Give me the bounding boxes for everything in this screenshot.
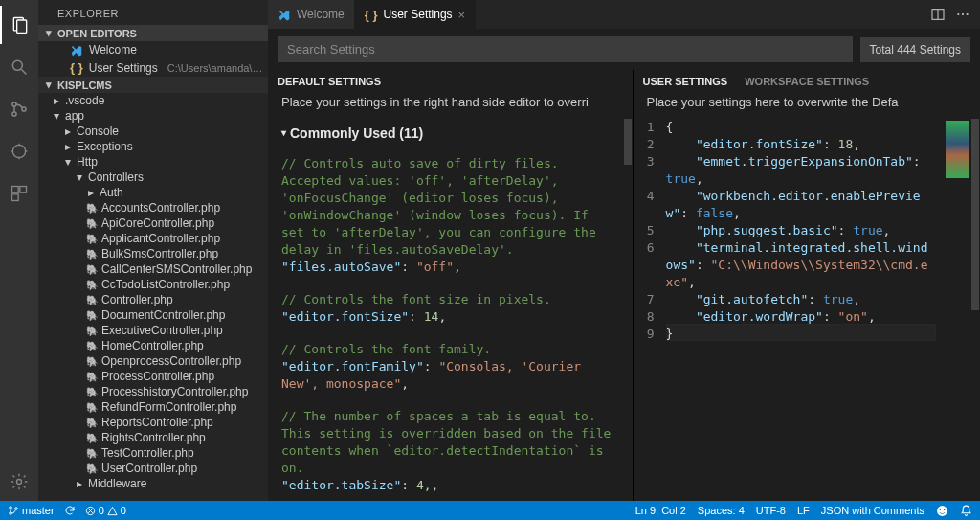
svg-point-2 <box>12 60 22 70</box>
folder-item[interactable]: Console <box>38 124 268 139</box>
right-scrollbar[interactable] <box>970 117 980 501</box>
file-item[interactable]: 🐘ProcessController.php <box>38 369 268 384</box>
line-gutter: 123456789 <box>634 117 666 501</box>
sidebar-title: EXPLORER <box>38 0 268 25</box>
svg-point-19 <box>962 13 964 15</box>
user-settings-editor[interactable]: { "editor.fontSize": 18, "emmet.triggerE… <box>666 117 942 501</box>
status-spaces[interactable]: Spaces: 4 <box>698 505 745 516</box>
svg-point-27 <box>937 506 947 516</box>
activity-scm-icon[interactable] <box>0 90 38 128</box>
svg-point-29 <box>944 509 945 509</box>
editor-tab[interactable]: Welcome <box>268 0 355 29</box>
settings-total-count: Total 444 Settings <box>860 37 970 62</box>
activity-explorer-icon[interactable] <box>0 6 38 44</box>
split-editor-icon[interactable] <box>930 7 946 22</box>
file-item[interactable]: 🐘ApplicantController.php <box>38 231 268 246</box>
editor-area: Welcome{ }User Settings× Total 444 Setti… <box>268 0 980 501</box>
tab-close-icon[interactable]: × <box>458 8 466 22</box>
svg-point-7 <box>12 145 25 157</box>
file-item[interactable]: 🐘DocumentController.php <box>38 307 268 323</box>
status-eol[interactable]: LF <box>797 505 810 516</box>
user-settings-pane: USER SETTINGS WORKSPACE SETTINGS Place y… <box>634 70 980 501</box>
status-language[interactable]: JSON with Comments <box>821 505 924 516</box>
default-settings-subtitle: Place your settings in the right hand si… <box>268 93 633 117</box>
editor-tab[interactable]: { }User Settings× <box>355 0 476 29</box>
file-item[interactable]: 🐘RefundFormController.php <box>38 399 268 415</box>
file-item[interactable]: 🐘ApiCoreController.php <box>38 215 268 231</box>
open-editor-item[interactable]: ×Welcome <box>38 41 268 58</box>
workspace-settings-tab[interactable]: WORKSPACE SETTINGS <box>745 76 869 87</box>
file-item[interactable]: 🐘AccountsController.php <box>38 200 268 215</box>
svg-point-18 <box>957 13 959 15</box>
folder-item[interactable]: Middleware <box>38 476 268 491</box>
status-bell-icon[interactable] <box>960 505 972 517</box>
status-branch[interactable]: master <box>8 505 55 516</box>
svg-point-5 <box>12 112 16 116</box>
svg-point-22 <box>10 512 12 515</box>
settings-group-title[interactable]: ▾ Commonly Used (11) <box>281 124 612 142</box>
file-item[interactable]: 🐘ProcesshistoryController.php <box>38 384 268 399</box>
folder-item[interactable]: app <box>38 108 268 124</box>
user-settings-tab[interactable]: USER SETTINGS <box>643 76 728 87</box>
open-editors-header[interactable]: ▾OPEN EDITORS <box>38 25 268 41</box>
status-feedback-icon[interactable] <box>936 505 948 517</box>
folder-item[interactable]: Http <box>38 154 268 170</box>
minimap[interactable] <box>942 117 970 501</box>
svg-point-28 <box>940 509 941 509</box>
status-lncol[interactable]: Ln 9, Col 2 <box>635 505 686 516</box>
open-editor-item[interactable]: ×{ }User SettingsC:\Users\amanda\AppData… <box>38 58 268 77</box>
project-header[interactable]: ▾KISPLCMS <box>38 77 268 93</box>
svg-rect-12 <box>12 187 19 193</box>
default-settings-pane: DEFAULT SETTINGS Place your settings in … <box>268 70 634 501</box>
activity-extensions-icon[interactable] <box>0 174 38 213</box>
svg-point-20 <box>967 13 969 15</box>
svg-rect-13 <box>20 187 27 193</box>
file-item[interactable]: 🐘Controller.php <box>38 292 268 307</box>
svg-point-21 <box>10 507 12 509</box>
activity-settings-icon[interactable] <box>0 463 38 501</box>
tab-bar: Welcome{ }User Settings× <box>268 0 980 29</box>
file-item[interactable]: 🐘UserController.php <box>38 461 268 476</box>
more-actions-icon[interactable] <box>955 7 970 22</box>
file-item[interactable]: 🐘HomeController.php <box>38 338 268 353</box>
current-line-highlight <box>666 324 936 341</box>
folder-item[interactable]: Controllers <box>38 170 268 185</box>
svg-point-23 <box>15 508 18 510</box>
file-item[interactable]: 🐘BulkSmsController.php <box>38 246 268 261</box>
folder-item[interactable]: Exceptions <box>38 139 268 154</box>
default-settings-content[interactable]: ▾ Commonly Used (11)// Controls auto sav… <box>268 117 623 501</box>
file-item[interactable]: 🐘TestController.php <box>38 445 268 461</box>
file-item[interactable]: 🐘ReportsController.php <box>38 415 268 430</box>
file-tree: .vscodeappConsoleExceptionsHttpControlle… <box>38 93 268 501</box>
svg-point-4 <box>12 102 16 106</box>
svg-rect-1 <box>17 20 27 33</box>
status-bar: master 0 0 Ln 9, Col 2 Spaces: 4 UTF-8 L… <box>0 501 980 520</box>
activity-bar <box>0 0 38 501</box>
file-item[interactable]: 🐘CallCenterSMSController.php <box>38 261 268 277</box>
svg-line-3 <box>22 70 27 75</box>
file-item[interactable]: 🐘CcTodoListController.php <box>38 277 268 292</box>
folder-item[interactable]: .vscode <box>38 93 268 108</box>
file-item[interactable]: 🐘RightsController.php <box>38 430 268 445</box>
svg-point-6 <box>22 107 26 111</box>
default-settings-header: DEFAULT SETTINGS <box>278 76 381 87</box>
status-problems[interactable]: 0 0 <box>85 505 126 516</box>
status-sync[interactable] <box>64 505 76 516</box>
activity-debug-icon[interactable] <box>0 132 38 170</box>
folder-item[interactable]: Auth <box>38 185 268 200</box>
svg-rect-14 <box>12 194 19 201</box>
user-settings-subtitle: Place your settings here to overwrite th… <box>634 93 980 117</box>
left-scrollbar[interactable] <box>623 117 633 501</box>
file-item[interactable]: 🐘OpenprocessController.php <box>38 353 268 369</box>
settings-search-input[interactable] <box>278 36 853 62</box>
file-item[interactable]: 🐘ExecutiveController.php <box>38 323 268 338</box>
svg-point-15 <box>17 480 22 485</box>
explorer-sidebar: EXPLORER ▾OPEN EDITORS ×Welcome×{ }User … <box>38 0 268 501</box>
status-encoding[interactable]: UTF-8 <box>756 505 786 516</box>
activity-search-icon[interactable] <box>0 48 38 86</box>
